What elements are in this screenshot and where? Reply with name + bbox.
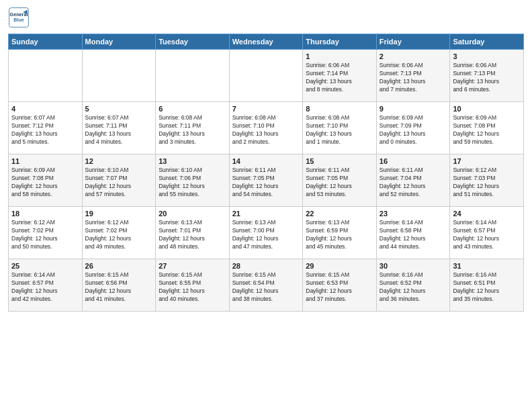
calendar-day-23: 23Sunrise: 6:14 AM Sunset: 6:58 PM Dayli… — [376, 207, 450, 259]
day-number: 1 — [306, 52, 373, 60]
day-header-tuesday: Tuesday — [156, 34, 230, 50]
calendar-day-21: 21Sunrise: 6:13 AM Sunset: 7:00 PM Dayli… — [229, 207, 303, 259]
day-number: 27 — [159, 262, 226, 270]
calendar-day-13: 13Sunrise: 6:10 AM Sunset: 7:06 PM Dayli… — [156, 154, 230, 207]
day-number: 23 — [380, 210, 447, 218]
day-number: 18 — [11, 210, 79, 218]
calendar-day-12: 12Sunrise: 6:10 AM Sunset: 7:07 PM Dayli… — [82, 154, 156, 207]
day-info: Sunrise: 6:15 AM Sunset: 6:56 PM Dayligh… — [85, 271, 153, 304]
day-info: Sunrise: 6:07 AM Sunset: 7:11 PM Dayligh… — [85, 114, 153, 146]
header: General Blue — [8, 7, 524, 28]
calendar-day-28: 28Sunrise: 6:15 AM Sunset: 6:54 PM Dayli… — [229, 259, 303, 312]
day-number: 28 — [232, 262, 300, 270]
calendar-day-2: 2Sunrise: 6:06 AM Sunset: 7:13 PM Daylig… — [376, 50, 450, 102]
calendar-day-10: 10Sunrise: 6:09 AM Sunset: 7:08 PM Dayli… — [450, 102, 524, 154]
day-number: 3 — [453, 52, 521, 60]
day-header-saturday: Saturday — [450, 34, 524, 50]
day-number: 31 — [453, 262, 521, 270]
day-info: Sunrise: 6:15 AM Sunset: 6:55 PM Dayligh… — [159, 271, 226, 304]
calendar-day-4: 4Sunrise: 6:07 AM Sunset: 7:12 PM Daylig… — [9, 102, 83, 154]
calendar-day-11: 11Sunrise: 6:09 AM Sunset: 7:08 PM Dayli… — [9, 154, 83, 207]
calendar-day-9: 9Sunrise: 6:09 AM Sunset: 7:09 PM Daylig… — [376, 102, 450, 154]
day-number: 30 — [380, 262, 447, 270]
calendar-week-row: 1Sunrise: 6:06 AM Sunset: 7:14 PM Daylig… — [9, 50, 524, 102]
calendar-day-18: 18Sunrise: 6:12 AM Sunset: 7:02 PM Dayli… — [9, 207, 83, 259]
day-info: Sunrise: 6:16 AM Sunset: 6:51 PM Dayligh… — [453, 271, 521, 304]
day-number: 20 — [159, 210, 226, 218]
day-info: Sunrise: 6:15 AM Sunset: 6:53 PM Dayligh… — [306, 271, 373, 304]
calendar-day-3: 3Sunrise: 6:06 AM Sunset: 7:13 PM Daylig… — [450, 50, 524, 102]
day-info: Sunrise: 6:08 AM Sunset: 7:10 PM Dayligh… — [306, 114, 373, 146]
day-info: Sunrise: 6:08 AM Sunset: 7:10 PM Dayligh… — [232, 114, 300, 146]
day-info: Sunrise: 6:10 AM Sunset: 7:07 PM Dayligh… — [85, 167, 153, 199]
day-number: 7 — [232, 105, 300, 113]
day-info: Sunrise: 6:10 AM Sunset: 7:06 PM Dayligh… — [159, 167, 226, 199]
day-number: 6 — [159, 105, 226, 113]
day-number: 12 — [85, 157, 153, 165]
calendar-empty-cell — [82, 50, 156, 102]
day-info: Sunrise: 6:13 AM Sunset: 7:00 PM Dayligh… — [232, 219, 300, 251]
calendar-day-26: 26Sunrise: 6:15 AM Sunset: 6:56 PM Dayli… — [82, 259, 156, 312]
day-info: Sunrise: 6:06 AM Sunset: 7:13 PM Dayligh… — [380, 62, 447, 94]
day-info: Sunrise: 6:12 AM Sunset: 7:02 PM Dayligh… — [11, 219, 79, 251]
calendar-day-8: 8Sunrise: 6:08 AM Sunset: 7:10 PM Daylig… — [303, 102, 377, 154]
day-number: 11 — [11, 157, 79, 165]
svg-text:Blue: Blue — [13, 17, 24, 23]
calendar-table: SundayMondayTuesdayWednesdayThursdayFrid… — [8, 34, 524, 312]
calendar-day-25: 25Sunrise: 6:14 AM Sunset: 6:57 PM Dayli… — [9, 259, 83, 312]
calendar-day-6: 6Sunrise: 6:08 AM Sunset: 7:11 PM Daylig… — [156, 102, 230, 154]
day-number: 5 — [85, 105, 153, 113]
calendar-week-row: 11Sunrise: 6:09 AM Sunset: 7:08 PM Dayli… — [9, 154, 524, 207]
logo-icon: General Blue — [8, 7, 30, 28]
calendar-day-29: 29Sunrise: 6:15 AM Sunset: 6:53 PM Dayli… — [303, 259, 377, 312]
day-info: Sunrise: 6:07 AM Sunset: 7:12 PM Dayligh… — [11, 114, 79, 146]
day-number: 29 — [306, 262, 373, 270]
day-number: 16 — [380, 157, 447, 165]
calendar-day-14: 14Sunrise: 6:11 AM Sunset: 7:05 PM Dayli… — [229, 154, 303, 207]
day-number: 14 — [232, 157, 300, 165]
calendar-day-30: 30Sunrise: 6:16 AM Sunset: 6:52 PM Dayli… — [376, 259, 450, 312]
calendar-day-22: 22Sunrise: 6:13 AM Sunset: 6:59 PM Dayli… — [303, 207, 377, 259]
day-info: Sunrise: 6:13 AM Sunset: 6:59 PM Dayligh… — [306, 219, 373, 251]
calendar-day-16: 16Sunrise: 6:11 AM Sunset: 7:04 PM Dayli… — [376, 154, 450, 207]
day-header-wednesday: Wednesday — [229, 34, 303, 50]
day-number: 17 — [453, 157, 521, 165]
day-info: Sunrise: 6:15 AM Sunset: 6:54 PM Dayligh… — [232, 271, 300, 304]
day-header-sunday: Sunday — [9, 34, 83, 50]
day-number: 15 — [306, 157, 373, 165]
day-number: 10 — [453, 105, 521, 113]
calendar-day-19: 19Sunrise: 6:12 AM Sunset: 7:02 PM Dayli… — [82, 207, 156, 259]
calendar-day-31: 31Sunrise: 6:16 AM Sunset: 6:51 PM Dayli… — [450, 259, 524, 312]
calendar-day-24: 24Sunrise: 6:14 AM Sunset: 6:57 PM Dayli… — [450, 207, 524, 259]
day-number: 8 — [306, 105, 373, 113]
day-number: 4 — [11, 105, 79, 113]
calendar-day-15: 15Sunrise: 6:11 AM Sunset: 7:05 PM Dayli… — [303, 154, 377, 207]
day-info: Sunrise: 6:14 AM Sunset: 6:57 PM Dayligh… — [453, 219, 521, 251]
logo: General Blue — [8, 7, 32, 28]
day-info: Sunrise: 6:11 AM Sunset: 7:04 PM Dayligh… — [380, 167, 447, 199]
day-number: 9 — [380, 105, 447, 113]
day-info: Sunrise: 6:09 AM Sunset: 7:08 PM Dayligh… — [453, 114, 521, 146]
day-info: Sunrise: 6:14 AM Sunset: 6:57 PM Dayligh… — [11, 271, 79, 304]
calendar-day-17: 17Sunrise: 6:12 AM Sunset: 7:03 PM Dayli… — [450, 154, 524, 207]
day-header-monday: Monday — [82, 34, 156, 50]
calendar-day-20: 20Sunrise: 6:13 AM Sunset: 7:01 PM Dayli… — [156, 207, 230, 259]
calendar-week-row: 25Sunrise: 6:14 AM Sunset: 6:57 PM Dayli… — [9, 259, 524, 312]
day-info: Sunrise: 6:09 AM Sunset: 7:09 PM Dayligh… — [380, 114, 447, 146]
calendar-day-1: 1Sunrise: 6:06 AM Sunset: 7:14 PM Daylig… — [303, 50, 377, 102]
day-number: 24 — [453, 210, 521, 218]
day-number: 25 — [11, 262, 79, 270]
day-number: 26 — [85, 262, 153, 270]
calendar-week-row: 4Sunrise: 6:07 AM Sunset: 7:12 PM Daylig… — [9, 102, 524, 154]
calendar-empty-cell — [229, 50, 303, 102]
day-number: 13 — [159, 157, 226, 165]
day-info: Sunrise: 6:11 AM Sunset: 7:05 PM Dayligh… — [306, 167, 373, 199]
day-info: Sunrise: 6:14 AM Sunset: 6:58 PM Dayligh… — [380, 219, 447, 251]
day-info: Sunrise: 6:16 AM Sunset: 6:52 PM Dayligh… — [380, 271, 447, 304]
day-number: 19 — [85, 210, 153, 218]
day-number: 21 — [232, 210, 300, 218]
day-info: Sunrise: 6:12 AM Sunset: 7:02 PM Dayligh… — [85, 219, 153, 251]
day-info: Sunrise: 6:06 AM Sunset: 7:14 PM Dayligh… — [306, 62, 373, 94]
calendar-week-row: 18Sunrise: 6:12 AM Sunset: 7:02 PM Dayli… — [9, 207, 524, 259]
day-info: Sunrise: 6:08 AM Sunset: 7:11 PM Dayligh… — [159, 114, 226, 146]
